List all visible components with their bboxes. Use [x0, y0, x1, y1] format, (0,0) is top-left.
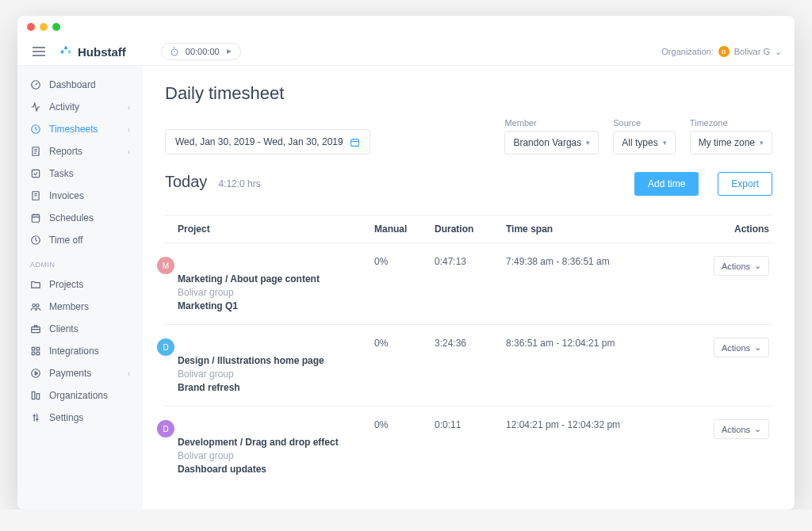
window-close-icon[interactable]	[27, 23, 35, 31]
brand-logo[interactable]: Hubstaff	[59, 44, 126, 59]
sidebar-item-label: Tasks	[49, 168, 74, 179]
project-name: Marketing / About page content	[178, 273, 374, 285]
sidebar-item-integrations[interactable]: Integrations	[17, 340, 143, 362]
timer-value: 00:00:00	[186, 47, 220, 56]
sidebar-item-label: Activity	[49, 101, 79, 113]
window-titlebar	[17, 16, 795, 38]
project-name: Development / Drag and drop effect	[178, 437, 374, 448]
main-content: Daily timesheet Wed, Jan 30, 2019 - Wed,…	[143, 66, 795, 510]
col-manual: Manual	[374, 223, 435, 235]
chevron-down-icon: ▾	[760, 139, 764, 147]
play-icon	[226, 48, 232, 55]
col-project: Project	[168, 223, 374, 235]
row-actions-button[interactable]: Actions ⌄	[714, 419, 769, 439]
sidebar-item-timesheets[interactable]: Timesheets‹	[17, 118, 143, 140]
add-time-button[interactable]: Add time	[634, 172, 699, 196]
settings-icon	[30, 412, 41, 423]
table-header: Project Manual Duration Time span Action…	[165, 215, 772, 243]
org-label: Organization:	[661, 47, 713, 56]
project-group: Bolivar group	[178, 450, 374, 461]
clock-icon	[30, 124, 41, 135]
sidebar-item-reports[interactable]: Reports‹	[17, 140, 143, 162]
sidebar-item-label: Organizations	[49, 390, 108, 401]
svg-rect-6	[32, 215, 39, 222]
folder-icon	[30, 279, 41, 290]
project-name: Design / Illustrations home page	[178, 355, 374, 366]
cell-duration: 0:0:11	[435, 419, 506, 430]
filter-source-select[interactable]: All types▾	[613, 131, 675, 155]
avatar[interactable]: B	[718, 46, 730, 57]
sidebar-item-label: Integrations	[49, 346, 99, 357]
sidebar-item-label: Time off	[49, 235, 83, 246]
sidebar-item-label: Clients	[49, 323, 79, 334]
user-name: Bolivar G	[734, 47, 770, 56]
cell-timespan: 8:36:51 am - 12:04:21 pm	[506, 338, 706, 349]
chevron-down-icon[interactable]: ⌄	[775, 47, 782, 57]
window-maximize-icon[interactable]	[52, 23, 60, 31]
project-badge: D	[157, 420, 174, 437]
sidebar-item-label: Members	[49, 301, 89, 312]
col-span: Time span	[506, 223, 706, 235]
sidebar-item-members[interactable]: Members	[17, 296, 143, 318]
table-row: MMarketing / About page contentBolivar g…	[165, 243, 772, 324]
chevron-down-icon: ⌄	[754, 424, 761, 434]
window-minimize-icon[interactable]	[40, 23, 48, 31]
filter-member-label: Member	[504, 118, 599, 128]
cell-manual: 0%	[374, 338, 435, 349]
sidebar-item-dashboard[interactable]: Dashboard	[17, 74, 143, 96]
today-hours: 4:12:0 hrs	[218, 178, 260, 189]
sidebar-item-invoices[interactable]: Invoices	[17, 185, 143, 207]
row-actions-button[interactable]: Actions ⌄	[714, 256, 769, 276]
sidebar-item-time-off[interactable]: Time off	[17, 229, 143, 251]
cell-duration: 3:24:36	[435, 338, 506, 349]
svg-rect-18	[350, 139, 358, 146]
timeoff-icon	[30, 235, 41, 246]
export-button[interactable]: Export	[718, 172, 772, 196]
sidebar-item-tasks[interactable]: Tasks	[17, 162, 143, 185]
chevron-left-icon: ‹	[128, 103, 130, 112]
chevron-down-icon: ⌄	[754, 261, 761, 271]
briefcase-icon	[30, 323, 41, 334]
filter-timezone-select[interactable]: My time zone▾	[690, 131, 772, 155]
payments-icon	[30, 368, 41, 379]
menu-button[interactable]	[30, 43, 48, 60]
project-task: Marketing Q1	[178, 300, 374, 311]
date-range-picker[interactable]: Wed, Jan 30, 2019 - Wed, Jan 30, 2019	[165, 129, 370, 155]
sidebar-item-projects[interactable]: Projects	[17, 273, 143, 296]
chevron-left-icon: ‹	[128, 147, 130, 156]
stopwatch-icon	[170, 47, 179, 56]
table-row: DDesign / Illustrations home pageBolivar…	[165, 324, 772, 406]
project-group: Bolivar group	[178, 287, 374, 298]
filter-member-select[interactable]: Brandon Vargas▾	[504, 131, 599, 155]
activity-icon	[30, 101, 41, 113]
hubstaff-logo-icon	[59, 44, 73, 59]
gauge-icon	[30, 79, 41, 90]
sidebar-item-payments[interactable]: Payments‹	[17, 362, 143, 384]
integrations-icon	[30, 346, 41, 357]
check-icon	[30, 168, 41, 179]
cell-timespan: 7:49:38 am - 8:36:51 am	[506, 256, 706, 267]
project-group: Bolivar group	[178, 369, 374, 380]
chevron-left-icon: ‹	[128, 369, 130, 378]
row-actions-button[interactable]: Actions ⌄	[714, 338, 769, 357]
sidebar-item-schedules[interactable]: Schedules	[17, 207, 143, 229]
sidebar-item-activity[interactable]: Activity‹	[17, 96, 143, 118]
table-row: DDevelopment / Drag and drop effectBoliv…	[165, 406, 772, 487]
timer-widget[interactable]: 00:00:00	[161, 43, 241, 60]
svg-point-8	[33, 304, 36, 308]
org-icon	[30, 390, 41, 401]
chevron-down-icon: ⌄	[754, 342, 761, 353]
sidebar-item-organizations[interactable]: Organizations	[17, 384, 143, 407]
svg-rect-11	[32, 347, 35, 350]
invoice-icon	[30, 190, 41, 201]
cell-duration: 0:47:13	[435, 256, 506, 267]
chevron-left-icon: ‹	[128, 125, 130, 134]
page-title: Daily timesheet	[165, 83, 772, 104]
sidebar-item-label: Schedules	[49, 212, 94, 223]
project-task: Dashboard updates	[178, 464, 374, 475]
svg-rect-16	[32, 392, 35, 399]
sidebar-item-clients[interactable]: Clients	[17, 318, 143, 340]
sidebar-item-settings[interactable]: Settings	[17, 407, 143, 429]
today-heading: Today	[165, 173, 207, 191]
sidebar-item-label: Reports	[49, 146, 82, 157]
